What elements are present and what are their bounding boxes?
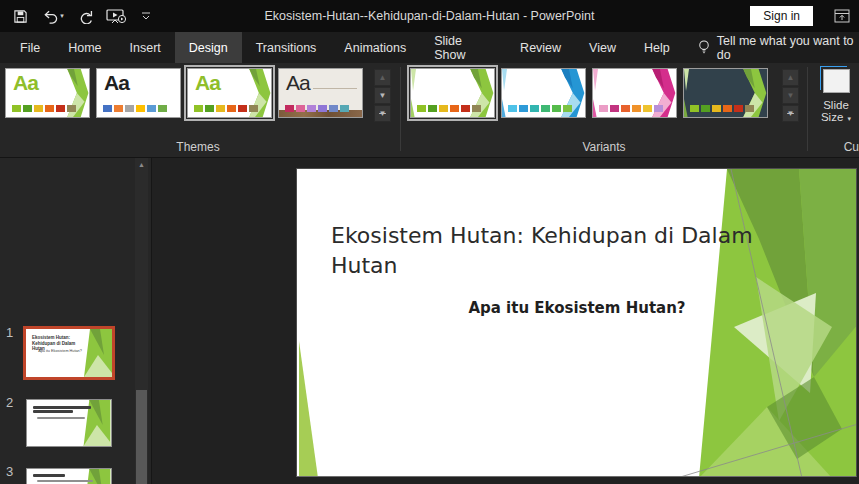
tab-help[interactable]: Help: [630, 32, 684, 63]
ribbon-design-tab-content: AaAaAaAa ▲ ▼ ▼ Themes ▲ ▼ ▼ Variants Sli…: [0, 63, 859, 158]
tab-slide-show[interactable]: Slide Show: [420, 32, 506, 63]
thumb-subtitle-text: Apa itu Ekosistem Hutan?: [32, 349, 88, 353]
redo-icon[interactable]: [74, 4, 98, 28]
ribbon-display-options-icon[interactable]: [833, 7, 851, 25]
theme-rule-line: [313, 88, 357, 89]
customize-group-label: Cu: [844, 140, 859, 154]
theme-aa-label: Aa: [195, 71, 220, 95]
theme-aa-label: Aa: [104, 71, 129, 95]
caret-down-icon: ▾: [848, 115, 852, 122]
scroll-up-icon[interactable]: ▲: [782, 69, 799, 86]
undo-icon[interactable]: ▾: [36, 4, 70, 28]
slide-size-button[interactable]: Slide Size ▾: [815, 69, 857, 123]
variants-gallery: [410, 68, 768, 118]
tab-review[interactable]: Review: [506, 32, 575, 63]
theme-color-swatches: [194, 105, 258, 112]
group-separator: [400, 67, 401, 151]
variants-group-label: Variants: [404, 140, 804, 156]
slide-thumbnail-3[interactable]: [26, 468, 112, 484]
lightbulb-icon: [698, 39, 710, 56]
theme-aa-label: Aa: [286, 71, 310, 95]
theme-aa-label: Aa: [13, 71, 38, 95]
theme-color-swatches: [599, 105, 663, 112]
tab-view[interactable]: View: [575, 32, 630, 63]
tell-me-label: Tell me what you want to do: [717, 34, 859, 62]
group-separator: [807, 67, 808, 151]
variant-thumbnail-blue-variant[interactable]: [501, 68, 586, 118]
variant-thumbnail-pink-variant[interactable]: [592, 68, 677, 118]
slide-editing-canvas: Ekosistem Hutan: Kehidupan di Dalam Huta…: [153, 158, 859, 484]
current-slide: Ekosistem Hutan: Kehidupan di Dalam Huta…: [296, 168, 857, 477]
scroll-up-icon[interactable]: ▲: [374, 69, 391, 86]
theme-color-swatches: [103, 105, 167, 112]
workspace: ▲ 1Ekosistem Hutan: Kehidupan di Dalam H…: [0, 158, 859, 484]
tab-design[interactable]: Design: [175, 32, 242, 63]
theme-thumbnail-facet[interactable]: Aa: [187, 68, 272, 118]
facet-theme-graphic: [297, 169, 857, 477]
slide-thumbnail-2[interactable]: [26, 399, 112, 447]
theme-thumbnail-facet-current[interactable]: Aa: [5, 68, 90, 118]
slide-number: 3: [6, 464, 22, 479]
tab-insert[interactable]: Insert: [116, 32, 175, 63]
gallery-more-icon[interactable]: ▼: [374, 105, 391, 122]
gallery-more-icon[interactable]: ▼: [782, 105, 799, 122]
slide-thumbnail-panel: ▲ 1Ekosistem Hutan: Kehidupan di Dalam H…: [0, 158, 152, 484]
tell-me-box[interactable]: Tell me what you want to do: [698, 32, 859, 63]
slide-thumbnail-1[interactable]: Ekosistem Hutan: Kehidupan di Dalam Huta…: [26, 329, 112, 377]
tab-animations[interactable]: Animations: [330, 32, 420, 63]
quick-access-toolbar: ▾: [8, 0, 158, 32]
theme-thumbnail-office[interactable]: Aa: [96, 68, 181, 118]
theme-color-swatches: [690, 105, 754, 112]
start-slideshow-icon[interactable]: [102, 4, 130, 28]
variants-gallery-scroll: ▲ ▼ ▼: [782, 69, 799, 122]
scroll-up-icon[interactable]: ▲: [135, 158, 148, 172]
tab-transitions[interactable]: Transitions: [242, 32, 331, 63]
variant-thumbnail-dark-variant[interactable]: [683, 68, 768, 118]
slide-number: 1: [6, 325, 22, 340]
theme-color-swatches: [417, 105, 481, 112]
powerpoint-window: ▾ Ekosistem-Hutan--Kehidupan-di-Dalam-Hu…: [0, 0, 859, 484]
scrollbar-thumb[interactable]: [136, 390, 147, 484]
sign-in-button[interactable]: Sign in: [750, 6, 813, 26]
title-bar: ▾ Ekosistem-Hutan--Kehidupan-di-Dalam-Hu…: [0, 0, 859, 32]
themes-gallery-scroll: ▲ ▼ ▼: [374, 69, 391, 122]
scroll-down-icon[interactable]: ▼: [782, 87, 799, 104]
slide-size-label-2: Size ▾: [815, 111, 857, 123]
slide-title-textbox[interactable]: Ekosistem Hutan: Kehidupan di Dalam Huta…: [331, 221, 821, 280]
slide-size-label-1: Slide: [815, 99, 857, 111]
ribbon-tab-bar: FileHomeInsertDesignTransitionsAnimation…: [0, 32, 859, 63]
slide-number: 2: [6, 395, 22, 410]
slide-subtitle-textbox[interactable]: Apa itu Ekosistem Hutan?: [357, 299, 797, 317]
tab-file[interactable]: File: [6, 32, 54, 63]
thumbnail-panel-scrollbar: ▲: [135, 158, 148, 484]
scroll-down-icon[interactable]: ▼: [374, 87, 391, 104]
slide-size-icon: [823, 69, 850, 93]
tab-home[interactable]: Home: [54, 32, 115, 63]
theme-color-swatches: [285, 105, 349, 112]
undo-caret-icon[interactable]: ▾: [60, 12, 64, 20]
theme-thumbnail-wood[interactable]: Aa: [278, 68, 363, 118]
save-icon[interactable]: [8, 4, 32, 28]
customize-qat-icon[interactable]: [134, 4, 158, 28]
variant-thumbnail-green-variant[interactable]: [410, 68, 495, 118]
theme-color-swatches: [508, 105, 572, 112]
themes-gallery: AaAaAaAa: [5, 68, 363, 118]
theme-color-swatches: [12, 105, 76, 112]
themes-group-label: Themes: [0, 140, 396, 156]
